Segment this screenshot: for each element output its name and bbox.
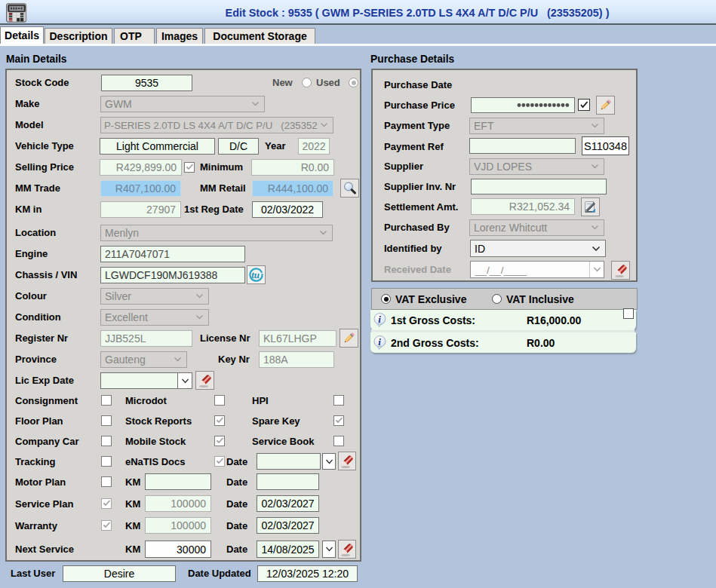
svg-text:i: i bbox=[378, 314, 381, 325]
svg-text:i: i bbox=[378, 336, 381, 348]
svg-text:tu: tu bbox=[251, 269, 260, 280]
